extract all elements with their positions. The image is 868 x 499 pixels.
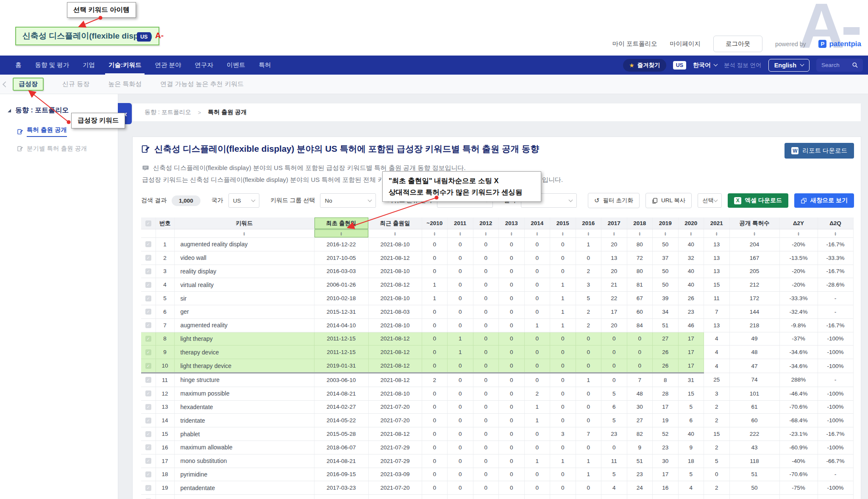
column-header[interactable]: 2015 — [550, 217, 576, 229]
column-header[interactable]: 2020 — [678, 217, 704, 229]
column-header[interactable]: 키워드 — [174, 217, 314, 229]
nav-item[interactable]: 기업 — [76, 56, 102, 75]
sort-arrows-icon[interactable]: ▴▾ — [473, 231, 499, 236]
sort-arrows-icon[interactable]: ▴▾ — [422, 231, 448, 236]
nav-item[interactable]: 특허 — [252, 56, 278, 75]
row-checkbox[interactable]: ✓ — [145, 390, 151, 396]
column-header[interactable]: 2014 — [524, 217, 550, 229]
row-checkbox[interactable]: ✓ — [145, 404, 151, 410]
column-header[interactable]: Δ2Q — [818, 217, 853, 229]
row-checkbox[interactable]: ✓ — [145, 485, 151, 491]
column-header[interactable]: Δ2Y — [779, 217, 818, 229]
sort-arrows-icon[interactable]: ▴▾ — [704, 231, 729, 236]
row-checkbox[interactable]: ✓ — [145, 336, 151, 342]
sort-arrows-icon[interactable]: ▴▾ — [679, 231, 704, 236]
sort-arrows-icon[interactable]: ▴▾ — [369, 231, 422, 236]
report-download-button[interactable]: W 리포트 다운로드 — [785, 143, 854, 159]
sort-control[interactable]: ▴▾ — [601, 229, 627, 238]
sort-control[interactable]: ▴▾ — [314, 229, 368, 238]
row-checkbox[interactable]: ✓ — [145, 268, 151, 274]
column-header[interactable]: 2012 — [473, 217, 499, 229]
row-checkbox[interactable]: ✓ — [145, 363, 151, 369]
row-checkbox[interactable]: ✓ — [145, 349, 151, 355]
row-checkbox[interactable]: ✓ — [145, 309, 151, 315]
select-all-checkbox-header[interactable]: ✓ — [141, 217, 156, 229]
column-header[interactable]: 번호 — [156, 217, 174, 229]
open-new-window-button[interactable]: 새창으로 보기 — [794, 193, 854, 208]
select-dropdown[interactable]: 선택 — [698, 193, 722, 208]
sort-control[interactable]: ▴▾ — [368, 229, 422, 238]
subnav-item[interactable]: 연결 가능성 높은 추천 키워드 — [160, 80, 244, 88]
nav-item[interactable]: 연관 분야 — [148, 56, 188, 75]
sort-control[interactable]: ▴▾ — [550, 229, 576, 238]
sort-arrows-icon[interactable]: ▴▾ — [653, 231, 678, 236]
nav-item[interactable]: 홈 — [8, 56, 28, 75]
sort-control[interactable]: ▴▾ — [627, 229, 653, 238]
sort-control[interactable]: ▴▾ — [678, 229, 704, 238]
sort-arrows-icon[interactable]: ▴▾ — [499, 231, 524, 236]
column-header[interactable]: 최초 출현일 — [314, 217, 368, 229]
sort-control[interactable]: ▴▾ — [499, 229, 525, 238]
nav-item[interactable]: 연구자 — [188, 56, 220, 75]
excel-download-button[interactable]: X 엑셀 다운로드 — [728, 193, 788, 208]
column-header[interactable]: 2018 — [627, 217, 653, 229]
sort-arrows-icon[interactable]: ▴▾ — [576, 231, 601, 236]
row-checkbox[interactable]: ✓ — [145, 431, 151, 437]
sort-arrows-icon[interactable]: ▴▾ — [818, 231, 853, 236]
breadcrumb-parent[interactable]: 동향 : 포트폴리오 — [145, 109, 191, 116]
nav-item[interactable]: 이벤트 — [220, 56, 252, 75]
row-checkbox[interactable]: ✓ — [145, 241, 151, 247]
filter-reset-button[interactable]: ↺ 필터 초기화 — [588, 193, 640, 208]
column-header[interactable]: 2017 — [601, 217, 627, 229]
logout-button[interactable]: 로그아웃 — [713, 36, 762, 52]
sort-control[interactable]: ▴▾ — [576, 229, 601, 238]
sort-control[interactable]: ▴▾ — [704, 229, 730, 238]
column-header[interactable]: 2011 — [448, 217, 473, 229]
sort-control[interactable]: ▴▾ — [653, 229, 679, 238]
column-header[interactable]: 2013 — [499, 217, 525, 229]
row-checkbox[interactable]: ✓ — [145, 322, 151, 328]
sort-control[interactable]: ▴▾ — [779, 229, 818, 238]
sort-arrows-icon[interactable]: ▴▾ — [175, 231, 314, 236]
sort-control[interactable]: ▴▾ — [448, 229, 473, 238]
country-select[interactable]: US — [228, 193, 259, 208]
sort-control[interactable]: ▴▾ — [174, 229, 314, 238]
column-header[interactable]: 2021 — [704, 217, 730, 229]
column-header[interactable]: 공개 특허수 — [729, 217, 779, 229]
subnav-item[interactable]: 신규 등장 — [62, 80, 89, 88]
search-input[interactable] — [821, 61, 849, 69]
column-header[interactable]: 2016 — [576, 217, 601, 229]
keyword-group-select[interactable]: No — [320, 193, 376, 208]
copy-url-button[interactable]: URL 복사 — [645, 193, 692, 208]
column-header[interactable]: ~2010 — [422, 217, 448, 229]
checkbox-icon[interactable]: ✓ — [145, 220, 151, 226]
column-header[interactable]: 최근 출원일 — [368, 217, 422, 229]
sort-arrows-icon[interactable]: ▴▾ — [730, 231, 779, 236]
sort-control[interactable]: ▴▾ — [729, 229, 779, 238]
search-box[interactable] — [816, 59, 863, 72]
sort-arrows-icon[interactable]: ▴▾ — [780, 231, 818, 236]
patentpia-logo[interactable]: P patentpia — [818, 40, 861, 48]
language-dropdown[interactable]: 한국어 — [693, 61, 717, 69]
sort-control[interactable]: ▴▾ — [818, 229, 853, 238]
my-page-link[interactable]: 마이페이지 — [670, 40, 701, 48]
row-checkbox[interactable]: ✓ — [145, 295, 151, 301]
sort-arrows-icon[interactable]: ▴▾ — [550, 231, 576, 236]
subnav-item[interactable]: 높은 특화성 — [108, 80, 142, 88]
row-checkbox[interactable]: ✓ — [145, 282, 151, 288]
sort-arrows-icon[interactable]: ▴▾ — [448, 231, 473, 236]
row-checkbox[interactable]: ✓ — [145, 377, 151, 383]
sort-control[interactable]: ▴▾ — [524, 229, 550, 238]
nav-item[interactable]: 기술:키워드 — [102, 56, 148, 75]
favorites-button[interactable]: ★ 즐겨찾기 — [623, 59, 666, 72]
subnav-item[interactable]: 급성장 — [13, 78, 44, 91]
column-header[interactable]: 2019 — [653, 217, 679, 229]
sort-control[interactable]: ▴▾ — [473, 229, 499, 238]
sidebar-item-quarterly-patent-publication[interactable]: 분기별 특허 출원 공개 — [17, 145, 118, 153]
sort-arrows-icon[interactable]: ▴▾ — [601, 231, 627, 236]
my-portfolio-link[interactable]: 마이 포트폴리오 — [612, 40, 657, 48]
sort-arrows-icon[interactable]: ▴▾ — [525, 231, 550, 236]
sort-arrows-icon[interactable]: ▴▾ — [314, 231, 368, 236]
sort-arrows-icon[interactable]: ▴▾ — [627, 231, 653, 236]
nav-item[interactable]: 동향 및 평가 — [28, 56, 76, 75]
